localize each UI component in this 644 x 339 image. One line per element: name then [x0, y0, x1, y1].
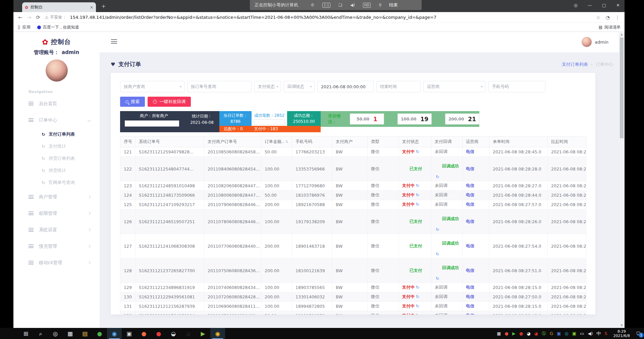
filter-input-2021-06-08 00:00:00[interactable]: 2021-06-08 00:00:00: [317, 81, 374, 92]
fullscreen-icon[interactable]: ❏: [338, 3, 342, 7]
merchant-input[interactable]: [125, 120, 179, 127]
search-icon[interactable]: ⌕: [33, 328, 48, 339]
file-explorer-icon[interactable]: ▤: [77, 328, 92, 339]
tray-teal-icon[interactable]: ◎: [565, 331, 568, 336]
sidebar-item-权限管理[interactable]: 权限管理: [13, 205, 100, 222]
refresh-icon[interactable]: ↻: [416, 285, 419, 290]
apps-shortcut[interactable]: ⣿应用: [17, 25, 31, 30]
brand[interactable]: ✿ 控制台: [13, 38, 100, 46]
ratio-1-1-icon[interactable]: 1:1: [322, 3, 330, 8]
pin-icon[interactable]: ⚲: [379, 3, 382, 7]
tray-qq2-icon[interactable]: ◕: [534, 331, 538, 336]
forward-button[interactable]: →: [27, 14, 32, 20]
tray-qq1-icon[interactable]: ◕: [527, 331, 530, 336]
bookmark-star-icon[interactable]: ☆: [596, 15, 600, 20]
scroll-up-icon[interactable]: ▲: [619, 32, 625, 37]
maximize-button[interactable]: ▢: [602, 3, 606, 8]
sidebar-item-系统设置[interactable]: 系统设置: [13, 222, 100, 238]
microphone-icon[interactable]: ◒: [166, 328, 181, 339]
refresh-icon[interactable]: ↻: [416, 294, 419, 299]
tray-volume-icon[interactable]: ◀): [588, 331, 593, 336]
filter-select-回调状态[interactable]: 回调状态▾: [284, 81, 315, 92]
sidebar-item-供货统计[interactable]: ↻供货统计: [13, 164, 100, 177]
record-icon[interactable]: ◎: [574, 3, 577, 8]
taskbar-clock[interactable]: 8:29 2021/6/8: [613, 329, 630, 338]
tray-nvidia-icon[interactable]: ▣: [572, 331, 576, 336]
breadcrumb-current[interactable]: 支付订单列表: [562, 61, 588, 67]
play-store-icon[interactable]: ▶: [196, 328, 210, 339]
firefox-icon[interactable]: ●: [137, 328, 151, 339]
tray-gold-g-icon[interactable]: G: [550, 331, 553, 336]
column-header-订单金额..[interactable]: 订单金额..⇅: [261, 137, 292, 147]
red-app-icon[interactable]: ●: [151, 328, 166, 339]
tray-blue-box-icon[interactable]: ▣: [557, 331, 561, 336]
navbar-user[interactable]: admin: [582, 37, 608, 47]
sidebar-item-慢充管理[interactable]: 慢充管理: [13, 238, 100, 254]
scroll-down-icon[interactable]: ▼: [619, 323, 625, 328]
notification-center-button[interactable]: 🗩 1: [633, 329, 644, 338]
back-button[interactable]: ←: [18, 14, 22, 20]
refresh-icon[interactable]: ↻: [416, 192, 419, 197]
sidebar-item-支付统计[interactable]: ↻支付统计: [13, 140, 100, 152]
start-icon[interactable]: ⊞: [18, 328, 33, 339]
sidebar-item-官网单号查询[interactable]: ↻官网单号查询: [13, 177, 100, 189]
tray-network-icon[interactable]: ▭: [580, 331, 584, 336]
resend-callback-button[interactable]: 一键补发回调: [148, 97, 191, 107]
filter-input-结束时间[interactable]: 结束时间: [376, 81, 421, 92]
success-count-input[interactable]: [254, 119, 285, 125]
address-bar[interactable]: 154.197.48.141/admin/order/listOrder?ord…: [70, 15, 592, 20]
hd-icon[interactable]: HD: [363, 3, 371, 8]
sidebar-item-支付订单列表[interactable]: ↻支付订单列表: [13, 128, 100, 140]
sidebar-item-商户管理[interactable]: 商户管理: [13, 189, 100, 205]
refresh-icon[interactable]: ↻: [416, 149, 419, 154]
menu-kebab-icon[interactable]: ⋮: [615, 15, 620, 20]
scrollbar-thumb[interactable]: [620, 38, 624, 138]
sidebar-item-移动ck管理[interactable]: 移动ck管理: [13, 254, 100, 271]
reading-list-button[interactable]: ▤阅读清单: [599, 25, 621, 30]
cortana-icon[interactable]: ◎: [48, 328, 63, 339]
filter-input-手机号码[interactable]: 手机号码: [488, 81, 545, 92]
sort-icon[interactable]: ⇅: [285, 140, 288, 144]
minimize-button[interactable]: —: [588, 3, 592, 8]
compass-browser-icon[interactable]: ◉: [107, 328, 122, 339]
task-view-icon[interactable]: ▦: [63, 328, 77, 339]
tray-play-icon[interactable]: ▶: [512, 331, 516, 336]
refresh-icon[interactable]: ↻: [416, 313, 419, 314]
terminal-icon[interactable]: ▣: [122, 328, 137, 339]
tray-green-s-icon[interactable]: Ⓢ: [542, 331, 546, 336]
refresh-icon[interactable]: ↻: [416, 202, 419, 207]
filter-select-支付状态[interactable]: 支付状态▾: [254, 81, 281, 92]
end-remote-button[interactable]: 结束: [389, 2, 398, 8]
sidebar-item-供货订单列表[interactable]: ↻供货订单列表: [13, 152, 100, 164]
sidebar-item-后台首页[interactable]: 后台首页: [13, 95, 100, 112]
tray-red2-icon[interactable]: ●: [519, 331, 523, 336]
browser-tab[interactable]: ✿ 控制台 ×: [22, 2, 96, 12]
refresh-icon[interactable]: ↻: [436, 227, 439, 232]
refresh-icon[interactable]: ↻: [416, 183, 419, 188]
phone-icon[interactable]: ✆: [311, 3, 314, 7]
qq-icon[interactable]: ◕: [181, 328, 196, 339]
refresh-icon[interactable]: ↻: [416, 303, 419, 308]
speaker-icon[interactable]: ◀): [350, 3, 355, 7]
sidebar-item-订单中心[interactable]: 订单中心: [13, 112, 100, 128]
filter-select-运营商[interactable]: 运营商▾: [423, 81, 486, 92]
baidu-bookmark[interactable]: 百度一下，你就知道: [37, 25, 79, 30]
refresh-icon[interactable]: ↻: [436, 276, 439, 281]
page-scrollbar[interactable]: ▲ ▼: [619, 32, 625, 328]
browser-360-icon[interactable]: ●: [92, 328, 107, 339]
filter-select-按商户查询[interactable]: 按商户查询▾: [120, 81, 184, 92]
new-tab-button[interactable]: +: [101, 4, 106, 9]
chrome-icon[interactable]: ◉: [210, 328, 225, 339]
close-tab-icon[interactable]: ×: [90, 5, 93, 10]
refresh-icon[interactable]: ↻: [436, 174, 439, 179]
hamburger-icon[interactable]: [111, 39, 117, 44]
close-window-button[interactable]: ✕: [616, 3, 620, 8]
security-indicator[interactable]: ⚠ 不安全 |: [45, 14, 65, 20]
filter-input-按订单号查询[interactable]: 按订单号查询: [187, 81, 252, 92]
tray-gray-square-icon[interactable]: ■: [497, 331, 501, 336]
reload-button[interactable]: ⟳: [36, 14, 40, 20]
tray-ime-icon[interactable]: 中: [596, 331, 601, 336]
tray-red-icon[interactable]: ●: [505, 331, 508, 336]
tray-s-icon[interactable]: S: [604, 331, 607, 336]
search-button[interactable]: 搜索: [120, 97, 145, 107]
